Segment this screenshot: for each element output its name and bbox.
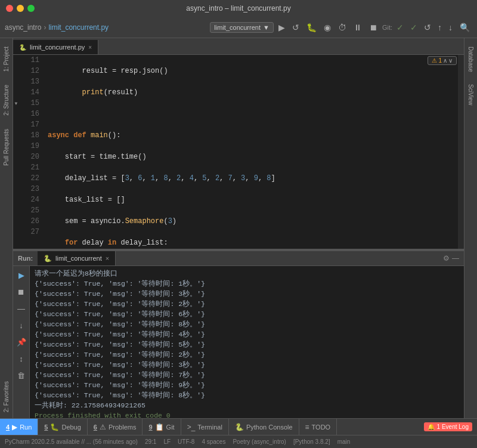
code-content[interactable]: result = resp.json() print(result) async…: [43, 55, 458, 249]
line-num-13: 13: [23, 76, 39, 87]
sidebar-label-database: Database: [466, 44, 475, 75]
warning-nav-up[interactable]: ∧: [443, 57, 447, 64]
tab-terminal-label: Terminal: [197, 424, 222, 431]
sidebar-item-project[interactable]: 1: Project: [0, 41, 13, 78]
left-sidebar: 1: Project 2: Structure Pull Requests: [0, 38, 13, 418]
event-log-label: Event Log: [442, 424, 469, 430]
git-push-button[interactable]: ↑: [435, 21, 444, 33]
warning-indicator[interactable]: ⚠ 1 ∧ ∨: [428, 56, 457, 65]
close-button[interactable]: [6, 5, 13, 12]
todo-icon: ≡: [305, 423, 309, 431]
file-selector[interactable]: limit_concurrent ▼: [210, 22, 274, 33]
status-line-ending[interactable]: LF: [163, 438, 171, 445]
line-num-19: 19: [23, 141, 39, 152]
run-clear-button[interactable]: 🗑: [15, 369, 28, 382]
bottom-tabs: 4 ▶ Run 5 🐛 Debug 6 ⚠ Problems 9 📋 Git >…: [0, 418, 477, 435]
run-output-line-10: {'success': True, 'msg': '等待时间: 7秒。'}: [35, 370, 459, 380]
maximize-button[interactable]: [27, 5, 35, 12]
tab-problems-num: 6: [94, 424, 97, 431]
status-indent[interactable]: 4 spaces: [202, 438, 225, 445]
warning-nav-down[interactable]: ∨: [448, 57, 453, 64]
run-icon: ▶: [12, 423, 17, 431]
debug-button[interactable]: 🐛: [304, 21, 319, 33]
run-rerun-button[interactable]: —: [15, 302, 28, 315]
editor-scrollbar[interactable]: [458, 55, 464, 249]
run-output-line-8: {'success': True, 'msg': '等待时间: 2秒。'}: [35, 350, 459, 360]
code-line-11: result = resp.json(): [48, 66, 458, 76]
line-num-11: 11: [23, 55, 39, 66]
fold-line-18: [13, 130, 19, 141]
tab-python-console[interactable]: 🐍 Python Console: [229, 419, 299, 435]
status-python[interactable]: [Python 3.8.2]: [293, 438, 330, 445]
code-line-18: task_list = []: [48, 194, 458, 205]
git-icon: 📋: [155, 423, 164, 431]
search-button[interactable]: 🔍: [457, 21, 472, 33]
breadcrumb-sep: ›: [44, 23, 46, 32]
code-wrapper: ⚠ 1 ∧ ∨ ▼: [13, 55, 464, 249]
git-checkmark1-button[interactable]: ✓: [394, 21, 406, 33]
breadcrumb-project[interactable]: async_intro: [5, 23, 41, 32]
run-play-button[interactable]: ▶: [15, 268, 28, 282]
minimize-button[interactable]: [17, 5, 24, 12]
breadcrumb-file[interactable]: limit_concurrent.py: [48, 23, 109, 32]
status-position[interactable]: 29:1: [145, 438, 156, 445]
sidebar-item-favorites[interactable]: 2: Favorites: [0, 375, 13, 418]
run-button[interactable]: ▶: [276, 21, 287, 33]
editor-tab-limit-concurrent[interactable]: 🐍 limit_concurrent.py ×: [13, 40, 98, 54]
toolbar-controls: ▶ ↺ 🐛 ◉ ⏱ ⏸ ⏹: [276, 21, 380, 33]
toolbar: async_intro › limit_concurrent.py limit_…: [0, 17, 477, 38]
run-output-line-0: 请求一个延迟为8秒的接口: [35, 268, 459, 279]
fold-line-27: [13, 227, 19, 237]
sidebar-label-pullrequests: Pull Requests: [2, 126, 11, 168]
tab-python-console-label: Python Console: [246, 424, 293, 431]
tab-todo[interactable]: ≡ TODO: [299, 419, 337, 435]
fold-line-25: [13, 205, 19, 216]
tab-debug[interactable]: 5 🐛 Debug: [38, 419, 88, 435]
event-log-button[interactable]: 🔔 1 Event Log: [424, 422, 472, 431]
coverage-button[interactable]: ◉: [321, 21, 333, 33]
fold-line-13: [13, 76, 19, 87]
git-checkmark2-button[interactable]: ✓: [408, 21, 420, 33]
fold-line-17: [13, 119, 19, 130]
run-minimize-button[interactable]: —: [452, 254, 459, 262]
rerun-button[interactable]: ↺: [290, 21, 302, 33]
run-tab-close-icon[interactable]: ×: [106, 255, 109, 262]
tab-run[interactable]: 4 ▶ Run: [0, 419, 38, 435]
tab-terminal[interactable]: >_ Terminal: [181, 419, 229, 435]
tab-git[interactable]: 9 📋 Git: [143, 419, 181, 435]
line-num-23: 23: [23, 184, 39, 194]
line-num-20: 20: [23, 152, 39, 162]
pause-button[interactable]: ⏸: [351, 21, 364, 33]
file-selector-label: limit_concurrent: [214, 24, 261, 31]
run-stop-button[interactable]: ⏹: [15, 285, 28, 298]
stop-button[interactable]: ⏹: [367, 21, 380, 33]
run-scroll-end-button[interactable]: ↓: [15, 319, 28, 332]
status-branch[interactable]: main: [337, 438, 351, 445]
run-output-line-4: {'success': True, 'msg': '等待时间: 6秒。'}: [35, 309, 459, 319]
fold-line-26: [13, 216, 19, 227]
fold-line-21: [13, 162, 19, 173]
sidebar-item-database[interactable]: Database: [464, 41, 478, 78]
status-encoding[interactable]: UTF-8: [178, 438, 194, 445]
run-tab-limit-concurrent[interactable]: 🐍 limit_concurrent ×: [38, 251, 116, 265]
right-sidebar: Database SciView: [464, 38, 477, 418]
run-pin-button[interactable]: 📌: [15, 335, 28, 348]
git-pull-button[interactable]: ↓: [446, 21, 455, 33]
git-revert-button[interactable]: ↺: [422, 21, 433, 33]
status-pycharm-version[interactable]: PyCharm 2020.2.5 available // ... (56 mi…: [5, 438, 138, 445]
run-output-line-9: {'success': True, 'msg': '等待时间: 3秒。'}: [35, 360, 459, 370]
editor-tab-close-icon[interactable]: ×: [88, 44, 92, 51]
sidebar-item-sciview[interactable]: SciView: [464, 78, 478, 111]
fold-line-15[interactable]: ▼: [13, 98, 19, 109]
status-theme[interactable]: Poetry (async_intro): [233, 438, 286, 445]
run-settings-button[interactable]: ⚙: [443, 254, 450, 262]
line-num-12: 12: [23, 66, 39, 76]
run-wrap-button[interactable]: ↕: [15, 352, 28, 365]
run-output-line-13: 一共耗时: 22.175864934921265: [35, 400, 459, 410]
profile-button[interactable]: ⏱: [336, 21, 349, 33]
sidebar-item-structure[interactable]: 2: Structure: [0, 79, 13, 122]
line-num-24: 24: [23, 194, 39, 205]
tab-run-label: Run: [20, 424, 32, 431]
tab-problems[interactable]: 6 ⚠ Problems: [88, 419, 143, 435]
sidebar-item-pullrequests[interactable]: Pull Requests: [0, 123, 13, 172]
